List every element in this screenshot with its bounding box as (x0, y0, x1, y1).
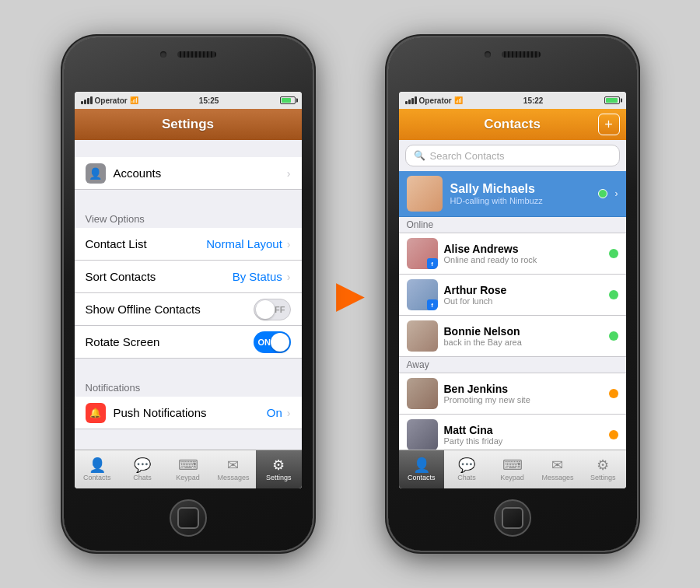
tab-contacts[interactable]: 👤 Contacts (75, 450, 120, 488)
status-bar-2: Operator 📶 15:22 (399, 92, 626, 109)
featured-status-dot (598, 189, 607, 198)
camera-dot (160, 51, 166, 58)
tab-messages[interactable]: ✉ Messages (211, 450, 256, 488)
contact-row-ben[interactable]: Ben Jenkins Promoting my new site (399, 373, 626, 415)
avatar-alise: f (407, 238, 438, 269)
signal-bars-2 (405, 96, 417, 104)
tab-contacts-active[interactable]: 👤 Contacts (399, 450, 444, 488)
phone-settings: Operator 📶 15:25 Settings (64, 37, 313, 551)
tab-chats-icon: 💬 (134, 458, 151, 472)
tab-contacts-icon: 👤 (89, 458, 106, 472)
screen-settings: Operator 📶 15:25 Settings (75, 92, 302, 488)
search-bar[interactable]: 🔍 Search Contacts (405, 145, 620, 166)
signal-bar-4 (90, 96, 93, 104)
contact-row-arthur[interactable]: f Arthur Rose Out for lunch (399, 275, 626, 316)
rotate-screen-cell[interactable]: Rotate Screen ON (75, 326, 302, 359)
tab-chats-2[interactable]: 💬 Chats (444, 450, 489, 488)
toggle-thumb-on (271, 333, 289, 352)
accounts-chevron: › (287, 167, 291, 180)
status-matt: Party this friday (444, 436, 603, 446)
sort-contacts-chevron: › (287, 271, 291, 283)
name-arthur: Arthur Rose (444, 284, 603, 296)
tab-chats-label-2: Chats (457, 474, 476, 481)
tab-keypad-icon-2: ⌨ (502, 458, 523, 472)
contact-row-bonnie[interactable]: Bonnie Nelson back in the Bay area (399, 316, 626, 357)
phone-top-2 (485, 51, 541, 58)
screen-contacts: Operator 📶 15:22 Contacts + 🔍 (399, 92, 626, 488)
tab-settings-label: Settings (266, 474, 292, 481)
sort-contacts-cell[interactable]: Sort Contacts By Status › (75, 261, 302, 293)
toggle-thumb-off (256, 300, 275, 319)
info-matt: Matt Cina Party this friday (444, 424, 603, 446)
accounts-cell[interactable]: 👤 Accounts › (75, 157, 302, 190)
contact-list-cell[interactable]: Contact List Normal Layout › (75, 228, 302, 261)
rotate-screen-toggle[interactable]: ON (254, 331, 291, 353)
name-bonnie: Bonnie Nelson (444, 325, 603, 338)
contact-list-chevron: › (287, 238, 291, 250)
show-offline-label: Show Offline Contacts (86, 303, 254, 316)
speaker-grille (177, 51, 216, 58)
signal-bars (81, 96, 93, 104)
tab-keypad-2[interactable]: ⌨ Keypad (489, 450, 534, 488)
accounts-icon: 👤 (86, 163, 106, 184)
notifications-section: Notifications 🔔 Push Notifications On › (75, 359, 302, 429)
tab-settings-icon: ⚙ (272, 458, 285, 472)
dot-arthur (609, 290, 618, 299)
search-placeholder: Search Contacts (430, 150, 505, 162)
dot-alise (609, 249, 618, 258)
camera-dot-2 (485, 51, 491, 58)
featured-sub: HD-calling with Nimbuzz (450, 196, 590, 205)
avatar-arthur: f (407, 279, 438, 310)
contact-row-alise[interactable]: f Alise Andrews Online and ready to rock (399, 233, 626, 275)
tab-messages-2[interactable]: ✉ Messages (535, 450, 580, 488)
speaker-grille-2 (502, 51, 541, 58)
info-alise: Alise Andrews Online and ready to rock (444, 243, 603, 264)
show-offline-cell[interactable]: Show Offline Contacts OFF (75, 293, 302, 326)
rotate-screen-label: Rotate Screen (86, 335, 254, 348)
name-ben: Ben Jenkins (444, 383, 603, 395)
section-label-away: Away (399, 357, 626, 373)
featured-chevron: › (615, 188, 618, 199)
spacer-top (75, 140, 302, 157)
search-bar-wrap: 🔍 Search Contacts (399, 140, 626, 171)
tab-chats-label: Chats (133, 474, 152, 481)
battery-fill (282, 98, 292, 103)
home-button-2[interactable] (494, 499, 531, 537)
tab-chats[interactable]: 💬 Chats (120, 450, 165, 488)
accounts-label: Accounts (114, 166, 287, 180)
home-button-1[interactable] (170, 499, 207, 537)
view-options-section: View Options Contact List Normal Layout … (75, 190, 302, 359)
time-label: 15:25 (199, 96, 219, 105)
contact-row-matt[interactable]: Matt Cina Party this friday (399, 415, 626, 450)
featured-contact-info: Sally Michaels HD-calling with Nimbuzz (450, 182, 590, 205)
dot-matt (609, 430, 618, 439)
accounts-section: 👤 Accounts › (75, 140, 302, 190)
signal-bar-3b (411, 98, 414, 104)
toggle-on-label: ON (258, 338, 271, 347)
featured-name: Sally Michaels (450, 182, 590, 196)
sort-contacts-label: Sort Contacts (86, 270, 233, 283)
contact-list-value: Normal Layout (206, 237, 282, 250)
tab-messages-label-2: Messages (541, 474, 573, 481)
tab-settings-active[interactable]: ⚙ Settings (256, 450, 301, 488)
notifications-header: Notifications (75, 376, 302, 397)
push-notif-cell[interactable]: 🔔 Push Notifications On › (75, 397, 302, 429)
avatar-bonnie (407, 320, 438, 352)
signal-bar-1b (405, 101, 408, 104)
tab-settings-icon-2: ⚙ (597, 458, 609, 472)
tab-settings-2[interactable]: ⚙ Settings (580, 450, 625, 488)
battery-icon (280, 96, 296, 104)
show-offline-toggle[interactable]: OFF (254, 299, 291, 320)
featured-contact-row[interactable]: Sally Michaels HD-calling with Nimbuzz › (399, 171, 626, 217)
add-contact-button[interactable]: + (598, 114, 620, 135)
tab-keypad-icon: ⌨ (178, 458, 198, 472)
tab-keypad-label-2: Keypad (500, 474, 524, 481)
battery-icon-2 (604, 96, 620, 104)
tab-keypad[interactable]: ⌨ Keypad (165, 450, 210, 488)
wifi-icon: 📶 (130, 96, 138, 104)
notif-icon: 🔔 (86, 403, 106, 423)
spacer-view (75, 190, 302, 207)
tab-contacts-label: Contacts (83, 474, 111, 481)
phone-top (160, 51, 216, 58)
view-options-header: View Options (75, 207, 302, 228)
